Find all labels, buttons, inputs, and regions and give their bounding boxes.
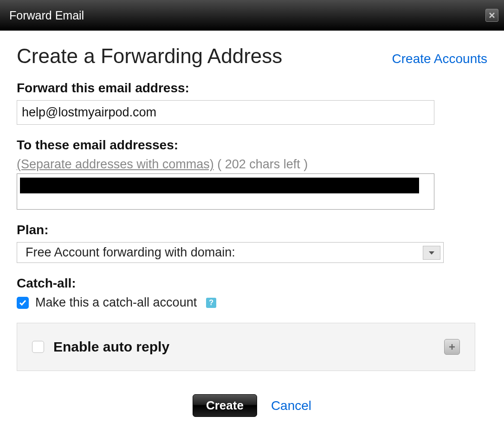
autoreply-checkbox[interactable] [32,341,44,353]
forward-to-label: To these email addresses: [17,138,487,153]
forward-from-label: Forward this email address: [17,81,487,96]
close-icon [488,12,496,19]
dialog-content: Create a Forwarding Address Create Accou… [0,31,504,435]
forward-to-textarea[interactable] [17,173,434,210]
autoreply-label: Enable auto reply [53,339,169,355]
expand-button[interactable] [444,339,460,355]
forward-to-hint: (Separate addresses with commas) ( 202 c… [17,157,487,172]
cancel-link[interactable]: Cancel [271,398,311,413]
catchall-label: Catch-all: [17,276,487,291]
plan-select[interactable]: Free Account forwarding with domain: [17,242,444,263]
forward-from-input[interactable] [17,100,434,125]
hint-chars-left: ( 202 chars left ) [217,157,308,171]
check-icon [19,299,27,307]
create-button[interactable]: Create [193,394,257,417]
dialog-titlebar: Forward Email [0,0,504,31]
autoreply-panel: Enable auto reply [17,323,475,371]
help-icon[interactable]: ? [206,298,216,308]
page-heading: Create a Forwarding Address [17,45,282,68]
header-row: Create a Forwarding Address Create Accou… [17,45,487,68]
catchall-row: Make this a catch-all account ? [17,295,487,310]
autoreply-left: Enable auto reply [32,339,169,355]
chevron-down-icon [428,250,435,255]
create-accounts-link[interactable]: Create Accounts [392,51,487,66]
dropdown-caret [423,246,440,260]
plan-label: Plan: [17,223,487,237]
plan-selected-value: Free Account forwarding with domain: [26,245,235,260]
button-row: Create Cancel [17,394,487,417]
svg-marker-2 [429,251,434,255]
close-button[interactable] [485,9,498,22]
catchall-checkbox[interactable] [17,297,29,309]
dialog-title: Forward Email [9,9,84,22]
catchall-checkbox-label: Make this a catch-all account [35,295,197,310]
redacted-content [20,178,419,193]
plus-icon [448,343,456,351]
hint-separate: (Separate addresses with commas) [17,157,214,171]
